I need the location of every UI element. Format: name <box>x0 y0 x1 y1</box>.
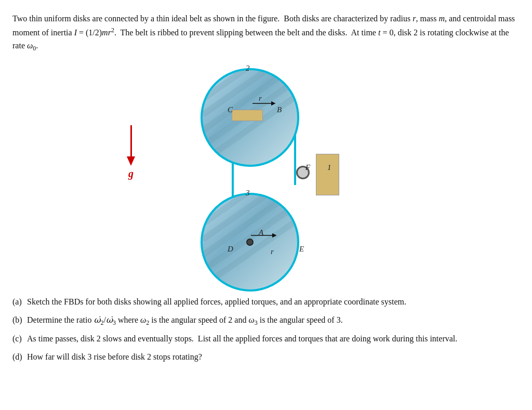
question-a-text: Sketch the FBDs for both disks showing a… <box>27 296 515 309</box>
question-a: (a) Sketch the FBDs for both disks showi… <box>12 296 515 309</box>
label-disk3: 3 <box>246 189 250 197</box>
gravity-arrow-shaft <box>130 125 132 156</box>
question-b-text: Determine the ratio ω̇2/ω̇3 where ω2 is … <box>27 314 515 328</box>
r-arrow-bottom <box>248 229 277 242</box>
gravity-arrowhead <box>127 156 135 166</box>
question-c: (c) As time passes, disk 2 slows and eve… <box>12 333 515 346</box>
question-c-text: As time passes, disk 2 slows and eventua… <box>27 333 515 346</box>
question-a-label: (a) <box>12 296 27 309</box>
gravity-label: g <box>128 168 134 180</box>
label-C: C <box>228 105 233 114</box>
label-B: B <box>277 105 282 114</box>
r-arrow-top <box>250 98 276 111</box>
label-E: E <box>299 245 304 254</box>
question-d: (d) How far will disk 3 rise before disk… <box>12 351 515 364</box>
label-disk1: 1 <box>327 163 331 172</box>
label-disk2: 2 <box>246 64 250 73</box>
label-F: F <box>305 163 310 172</box>
label-D: D <box>228 245 233 254</box>
block-top-disk2 <box>232 110 263 121</box>
question-d-label: (d) <box>12 351 27 364</box>
diagram-container: 2 C r B 3 D A r E F 1 <box>196 63 363 281</box>
question-d-text: How far will disk 3 rise before disk 2 s… <box>27 351 515 364</box>
questions-section: (a) Sketch the FBDs for both disks showi… <box>12 296 515 364</box>
block-disk1 <box>316 154 339 195</box>
intro-text-content: Two thin uniform disks are connected by … <box>12 14 515 50</box>
question-c-label: (c) <box>12 333 27 346</box>
question-b-label: (b) <box>12 314 27 328</box>
label-r-bottom: r <box>271 247 274 256</box>
intro-paragraph: Two thin uniform disks are connected by … <box>12 12 515 54</box>
question-b: (b) Determine the ratio ω̇2/ω̇3 where ω2… <box>12 314 515 328</box>
figure-area: g <box>12 63 515 281</box>
disk-3 <box>201 193 299 292</box>
gravity-arrow: g <box>127 125 135 180</box>
